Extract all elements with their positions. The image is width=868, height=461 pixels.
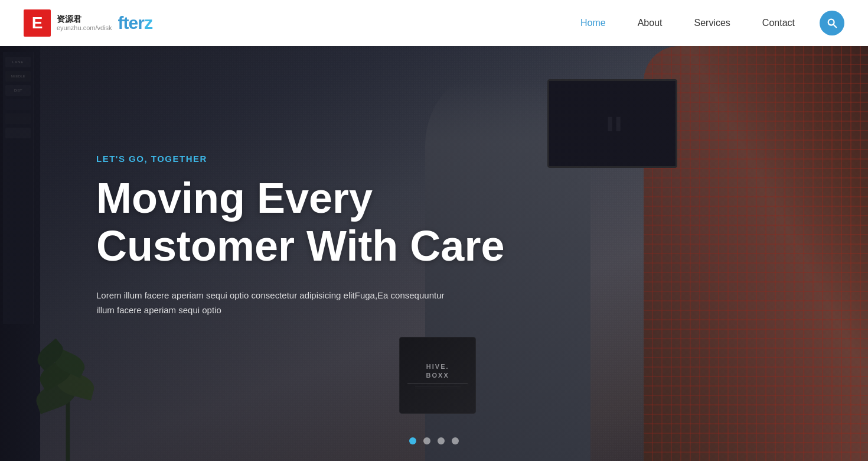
logo-chinese-brand: 资源君 [57,14,112,24]
logo-area: E 资源君 eyunzhu.com/vdisk fterz [24,9,152,37]
nav-bar: Home About Services Contact [567,11,844,35]
hero-content: LET'S GO, TOGETHER Moving Every Customer… [0,46,868,461]
logo-e-icon: E [24,9,51,37]
hero-title: Moving Every Customer With Care [96,174,510,270]
carousel-dot-4[interactable] [452,437,459,444]
nav-contact[interactable]: Contact [749,12,808,34]
carousel-dots [409,437,459,444]
logo-chinese-sub: eyunzhu.com/vdisk [57,24,112,32]
hero-section: ▐▐ HIVE.BOXX LANE NEEDLE DIST [0,46,868,461]
hero-subtitle: LET'S GO, TOGETHER [96,154,868,164]
carousel-dot-1[interactable] [409,437,416,444]
hero-description: Lorem illum facere aperiam sequi optio c… [96,288,462,318]
nav-services[interactable]: Services [681,12,743,34]
search-icon [827,18,837,28]
search-button[interactable] [820,11,844,35]
logo-chinese-text: 资源君 eyunzhu.com/vdisk [57,14,112,32]
nav-home[interactable]: Home [567,12,619,34]
carousel-dot-2[interactable] [423,437,430,444]
svg-line-1 [833,24,836,27]
nav-about[interactable]: About [625,12,676,34]
logo-brand-name: fterz [118,13,152,33]
header: E 资源君 eyunzhu.com/vdisk fterz Home About… [0,0,868,46]
carousel-dot-3[interactable] [438,437,445,444]
